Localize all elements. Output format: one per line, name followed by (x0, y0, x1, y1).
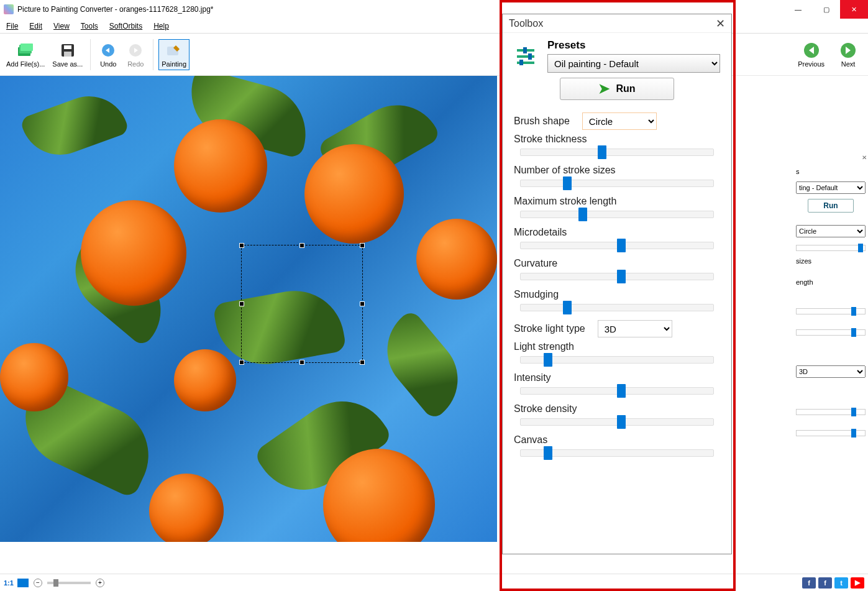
canvas-slider[interactable] (520, 449, 714, 457)
light-strength-slider[interactable] (520, 356, 714, 364)
facebook-icon[interactable]: f (802, 577, 816, 589)
window-title: Picture to Painting Converter - oranges-… (17, 5, 214, 14)
presets-icon (514, 44, 539, 68)
stroke-density-slider[interactable] (520, 418, 714, 426)
brush-shape-label: Brush shape (514, 116, 570, 127)
canvas-label: Canvas (514, 434, 720, 446)
max-stroke-length-label: Maximum stroke length (514, 196, 720, 207)
twitter-icon[interactable]: t (834, 577, 848, 589)
minimize-button[interactable]: — (784, 0, 812, 19)
svg-rect-12 (523, 47, 527, 53)
youtube-icon[interactable]: ▶ (851, 577, 864, 589)
toolbox-title: Toolbox (509, 18, 543, 29)
smudging-label: Smudging (514, 289, 720, 300)
side-run-button[interactable]: Run (808, 199, 854, 213)
menu-edit[interactable]: Edit (29, 22, 42, 30)
side-preset-select[interactable]: ting - Default (796, 181, 866, 194)
toolbox-popup: Toolbox ✕ Presets Oil painting - Default… (502, 14, 732, 554)
workspace: ✕ s ting - Default Run Circle sizes engt… (0, 76, 868, 574)
facebook-icon-2[interactable]: f (818, 577, 832, 589)
maximize-button[interactable]: ▢ (812, 0, 840, 19)
side-light-select[interactable]: 3D (796, 365, 866, 378)
number-stroke-sizes-label: Number of stroke sizes (514, 165, 720, 176)
add-files-icon (17, 42, 34, 59)
microdetails-label: Microdetails (514, 227, 720, 238)
svg-rect-16 (519, 60, 523, 65)
stroke-density-label: Stroke density (514, 403, 720, 415)
curvature-label: Curvature (514, 258, 720, 269)
side-slider[interactable] (796, 409, 866, 415)
stroke-light-type-select[interactable]: 3D (598, 320, 672, 337)
painting-button[interactable]: Painting (158, 39, 190, 70)
side-slider[interactable] (796, 329, 866, 336)
redo-icon (127, 42, 144, 59)
intensity-slider[interactable] (520, 387, 714, 395)
light-strength-label: Light strength (514, 341, 720, 352)
zoom-out-button[interactable]: − (34, 579, 42, 587)
menu-tools[interactable]: Tools (81, 22, 98, 30)
menu-help[interactable]: Help (153, 22, 169, 30)
menu-softorbits[interactable]: SoftOrbits (109, 22, 142, 30)
brush-shape-select[interactable]: Circle (582, 112, 657, 130)
zoom-slider[interactable] (47, 582, 91, 584)
curvature-slider[interactable] (520, 273, 714, 280)
toolbox-close-icon[interactable]: ✕ (716, 17, 725, 30)
save-icon (59, 42, 76, 59)
undo-button[interactable]: Undo (96, 39, 121, 70)
right-side-panel: ✕ s ting - Default Run Circle sizes engt… (793, 158, 868, 591)
stroke-thickness-label: Stroke thickness (514, 134, 720, 145)
next-icon (839, 42, 857, 59)
painting-icon (165, 42, 183, 59)
zoom-ratio[interactable]: 1:1 (4, 579, 14, 587)
microdetails-slider[interactable] (520, 242, 714, 249)
add-files-button[interactable]: Add File(s)... (4, 39, 47, 70)
intensity-label: Intensity (514, 372, 720, 383)
run-arrow-icon: ➤ (598, 81, 610, 97)
toolbar: Add File(s)... Save as... Undo Redo Pain… (0, 34, 868, 76)
side-slider[interactable] (796, 308, 866, 314)
number-stroke-sizes-slider[interactable] (520, 180, 714, 187)
canvas-image (0, 76, 497, 542)
side-brush-select[interactable]: Circle (796, 225, 866, 237)
app-icon (4, 4, 14, 14)
redo-button[interactable]: Redo (123, 39, 148, 70)
next-button[interactable]: Next (836, 40, 861, 69)
save-as-button[interactable]: Save as... (50, 39, 85, 70)
previous-icon (803, 42, 820, 59)
window-titlebar: Picture to Painting Converter - oranges-… (0, 0, 868, 19)
svg-rect-2 (21, 44, 33, 51)
previous-button[interactable]: Previous (795, 40, 827, 69)
stroke-thickness-slider[interactable] (520, 149, 714, 156)
svg-rect-4 (64, 45, 71, 49)
close-window-button[interactable]: ✕ (840, 0, 868, 19)
svg-rect-14 (528, 53, 532, 60)
run-button[interactable]: ➤ Run (560, 78, 674, 100)
menu-file[interactable]: File (6, 22, 18, 30)
presets-label: Presets (547, 39, 720, 52)
selection-marquee[interactable] (241, 245, 363, 363)
statusbar: 1:1 − + f f t ▶ (0, 574, 868, 591)
undo-icon (99, 42, 117, 59)
side-slider[interactable] (796, 245, 866, 251)
stroke-light-type-label: Stroke light type (514, 323, 585, 334)
smudging-slider[interactable] (520, 304, 714, 311)
menu-view[interactable]: View (53, 22, 70, 30)
max-stroke-length-slider[interactable] (520, 211, 714, 218)
fit-screen-icon[interactable] (17, 579, 29, 587)
menubar: File Edit View Tools SoftOrbits Help (0, 19, 868, 34)
side-slider[interactable] (796, 430, 866, 436)
preset-select[interactable]: Oil painting - Default (547, 54, 720, 73)
canvas-area[interactable] (0, 76, 868, 574)
panel-close-icon[interactable]: ✕ (862, 154, 867, 161)
zoom-in-button[interactable]: + (96, 579, 104, 587)
svg-rect-5 (64, 52, 71, 57)
